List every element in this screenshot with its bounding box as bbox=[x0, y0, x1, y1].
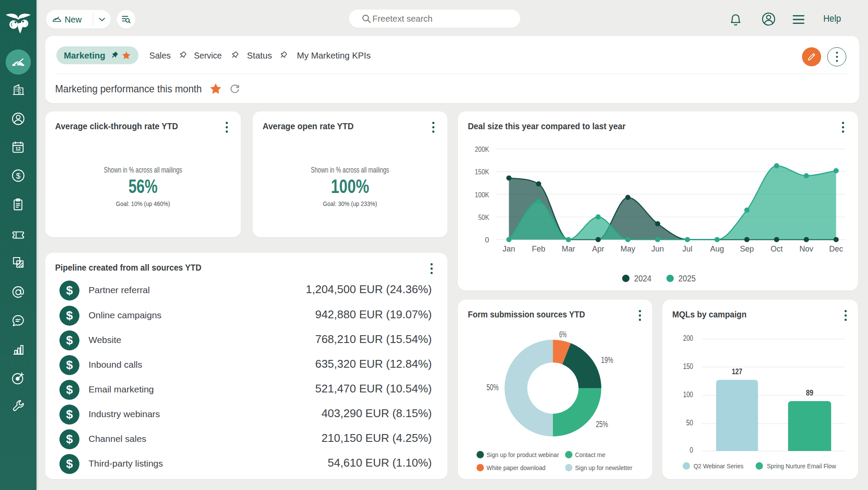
svg-text:89: 89 bbox=[806, 388, 813, 397]
svg-text:Jul: Jul bbox=[682, 245, 692, 253]
svg-text:$: $ bbox=[16, 171, 20, 180]
svg-text:50K: 50K bbox=[478, 213, 490, 222]
svg-text:May: May bbox=[621, 245, 635, 253]
svg-text:25%: 25% bbox=[596, 419, 608, 429]
svg-text:0: 0 bbox=[485, 236, 489, 244]
svg-text:2024: 2024 bbox=[634, 274, 651, 283]
svg-text:12: 12 bbox=[15, 146, 20, 151]
svg-text:2025: 2025 bbox=[678, 274, 696, 283]
svg-text:100K: 100K bbox=[475, 191, 490, 199]
svg-text:6%: 6% bbox=[559, 330, 567, 339]
svg-text:150K: 150K bbox=[475, 168, 490, 176]
svg-text:Nov: Nov bbox=[799, 245, 813, 253]
svg-text:Aug: Aug bbox=[710, 245, 724, 253]
svg-text:Oct: Oct bbox=[770, 245, 783, 253]
svg-text:Mar: Mar bbox=[562, 245, 575, 253]
svg-text:Jan: Jan bbox=[503, 245, 515, 253]
svg-text:200K: 200K bbox=[475, 145, 490, 154]
svg-text:100: 100 bbox=[683, 390, 693, 399]
svg-text:Dec: Dec bbox=[829, 245, 843, 253]
svg-text:0: 0 bbox=[690, 446, 693, 454]
svg-text:19%: 19% bbox=[601, 355, 613, 365]
svg-text:50: 50 bbox=[686, 418, 693, 427]
svg-text:200: 200 bbox=[683, 334, 693, 343]
svg-text:127: 127 bbox=[732, 367, 742, 376]
svg-text:Jun: Jun bbox=[651, 245, 664, 253]
svg-text:Feb: Feb bbox=[532, 245, 546, 253]
svg-text:Sep: Sep bbox=[740, 245, 754, 253]
svg-text:150: 150 bbox=[683, 362, 693, 371]
svg-text:Apr: Apr bbox=[592, 245, 604, 253]
svg-text:50%: 50% bbox=[487, 382, 499, 392]
